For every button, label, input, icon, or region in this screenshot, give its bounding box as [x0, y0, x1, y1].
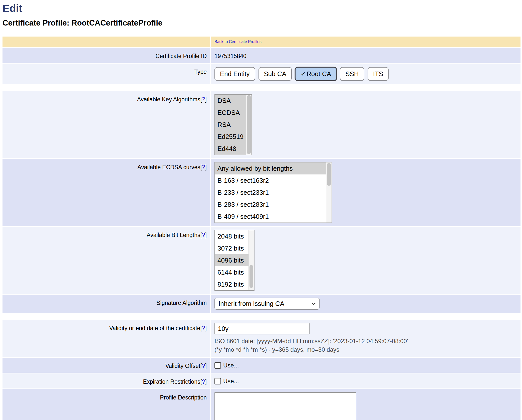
bit-lengths-label: Available Bit Lengths — [147, 232, 200, 238]
scrollbar-track[interactable] — [248, 230, 254, 290]
signature-algorithm-selected-value: Inherit from issuing CA — [218, 300, 284, 307]
type-button-root-ca-label: Root CA — [307, 70, 331, 78]
bracket-close: ] — [205, 325, 207, 331]
listbox-option[interactable]: 6144 bits — [215, 266, 248, 278]
listbox-option[interactable]: DSA — [215, 95, 246, 107]
section-spacer — [3, 313, 520, 320]
listbox-option[interactable]: 3072 bits — [215, 242, 248, 254]
scrollbar-thumb[interactable] — [247, 95, 251, 154]
profile-form-table: Back to Certificate Profiles Certificate… — [3, 37, 520, 420]
bracket-close: ] — [205, 96, 207, 103]
scrollbar-track[interactable] — [246, 95, 251, 155]
bit-lengths-row: Available Bit Lengths[?] 2048 bits 3072 … — [3, 227, 520, 294]
bracket-close: ] — [205, 164, 207, 170]
banner-row: Back to Certificate Profiles — [3, 37, 520, 47]
listbox-option[interactable]: 8192 bits — [215, 278, 248, 290]
profile-id-label: Certificate Profile ID — [3, 48, 210, 63]
scrollbar-thumb[interactable] — [327, 163, 331, 186]
help-link-expiration-restrictions[interactable]: ? — [202, 378, 205, 385]
validity-label: Validity or end date of the certificate — [109, 325, 200, 331]
listbox-option[interactable]: B-409 / sect409r1 — [215, 211, 326, 223]
bracket-close: ] — [205, 232, 207, 238]
type-button-group: End Entity Sub CA ✓Root CA SSH ITS — [214, 67, 517, 81]
listbox-option[interactable]: Ed448 — [215, 143, 246, 155]
listbox-option[interactable]: Any allowed by bit lengths — [215, 162, 326, 174]
validity-row: Validity or end date of the certificate[… — [3, 320, 520, 357]
certificate-profile-id-value: 1975315840 — [214, 51, 246, 60]
back-to-certificate-profiles-link[interactable]: Back to Certificate Profiles — [214, 40, 262, 44]
listbox-option[interactable]: B-163 / sect163r2 — [215, 174, 326, 186]
listbox-option[interactable]: 2048 bits — [215, 230, 248, 242]
profile-description-label: Profile Description — [3, 389, 210, 420]
expiration-restrictions-label: Expiration Restrictions — [143, 378, 200, 385]
page-title: Edit — [3, 3, 520, 15]
validity-input[interactable] — [214, 323, 310, 334]
validity-help-text: ISO 8601 date: [yyyy-MM-dd HH:mm:ssZZ]: … — [214, 337, 517, 354]
signature-algorithm-row: Signature Algorithm Inherit from issuing… — [3, 295, 520, 313]
type-button-root-ca[interactable]: ✓Root CA — [295, 67, 337, 81]
help-link-key-algorithms[interactable]: ? — [202, 96, 205, 103]
profile-heading: Certificate Profile: RootCACertificatePr… — [3, 19, 520, 28]
ecdsa-curves-label: Available ECDSA curves — [137, 164, 200, 170]
expiration-restrictions-checkbox-label[interactable]: Use... — [223, 377, 239, 385]
type-button-its[interactable]: ITS — [368, 67, 389, 81]
listbox-option[interactable]: B-283 / sect283r1 — [215, 198, 326, 211]
key-algorithms-row: Available Key Algorithms[?] DSA ECDSA RS… — [3, 91, 520, 158]
validity-help-line-2: (*y *mo *d *h *m *s) - y=365 days, mo=30… — [214, 345, 517, 354]
section-spacer — [3, 85, 520, 91]
validity-offset-checkbox[interactable] — [214, 362, 221, 369]
type-row: Type End Entity Sub CA ✓Root CA SSH ITS — [3, 64, 520, 84]
check-icon: ✓ — [301, 70, 306, 78]
scrollbar-track[interactable] — [326, 162, 332, 223]
type-button-end-entity[interactable]: End Entity — [214, 67, 255, 81]
chevron-down-icon — [312, 301, 316, 305]
validity-offset-row: Validity Offset[?] Use... — [3, 358, 520, 373]
signature-algorithm-label: Signature Algorithm — [3, 295, 210, 313]
signature-algorithm-select[interactable]: Inherit from issuing CA — [214, 298, 320, 310]
bracket-close: ] — [205, 378, 207, 385]
type-button-ssh[interactable]: SSH — [340, 67, 364, 81]
banner-left-cell — [3, 37, 210, 47]
ecdsa-curves-row: Available ECDSA curves[?] Any allowed by… — [3, 159, 520, 226]
help-link-validity-offset[interactable]: ? — [202, 363, 205, 369]
profile-id-row: Certificate Profile ID 1975315840 — [3, 48, 520, 63]
banner-right-cell: Back to Certificate Profiles — [211, 37, 520, 47]
validity-help-line-1: ISO 8601 date: [yyyy-MM-dd HH:mm:ssZZ]: … — [214, 337, 517, 345]
help-link-ecdsa-curves[interactable]: ? — [202, 164, 205, 170]
key-algorithms-label: Available Key Algorithms — [137, 96, 200, 103]
listbox-option[interactable]: ECDSA — [215, 107, 246, 119]
scrollbar-thumb[interactable] — [249, 265, 253, 288]
type-button-sub-ca[interactable]: Sub CA — [258, 67, 292, 81]
listbox-option[interactable]: RSA — [215, 119, 246, 131]
key-algorithms-listbox[interactable]: DSA ECDSA RSA Ed25519 Ed448 — [214, 94, 252, 155]
listbox-option[interactable]: 4096 bits — [215, 254, 248, 266]
bit-lengths-listbox[interactable]: 2048 bits 3072 bits 4096 bits 6144 bits … — [214, 230, 254, 291]
profile-description-textarea[interactable] — [214, 392, 356, 420]
profile-description-row: Profile Description — [3, 389, 520, 420]
listbox-option[interactable]: Ed25519 — [215, 131, 246, 143]
ecdsa-curves-listbox[interactable]: Any allowed by bit lengths B-163 / sect1… — [214, 162, 332, 223]
validity-offset-checkbox-label[interactable]: Use... — [223, 362, 239, 369]
validity-offset-label: Validity Offset — [165, 363, 200, 369]
expiration-restrictions-checkbox[interactable] — [214, 378, 221, 384]
listbox-option[interactable]: B-233 / sect233r1 — [215, 186, 326, 198]
type-label: Type — [3, 64, 210, 84]
certificate-profile-edit-page: Edit Certificate Profile: RootCACertific… — [0, 0, 522, 420]
help-link-validity[interactable]: ? — [202, 325, 205, 331]
bracket-close: ] — [205, 363, 207, 369]
expiration-restrictions-row: Expiration Restrictions[?] Use... — [3, 373, 520, 388]
help-link-bit-lengths[interactable]: ? — [202, 232, 205, 238]
